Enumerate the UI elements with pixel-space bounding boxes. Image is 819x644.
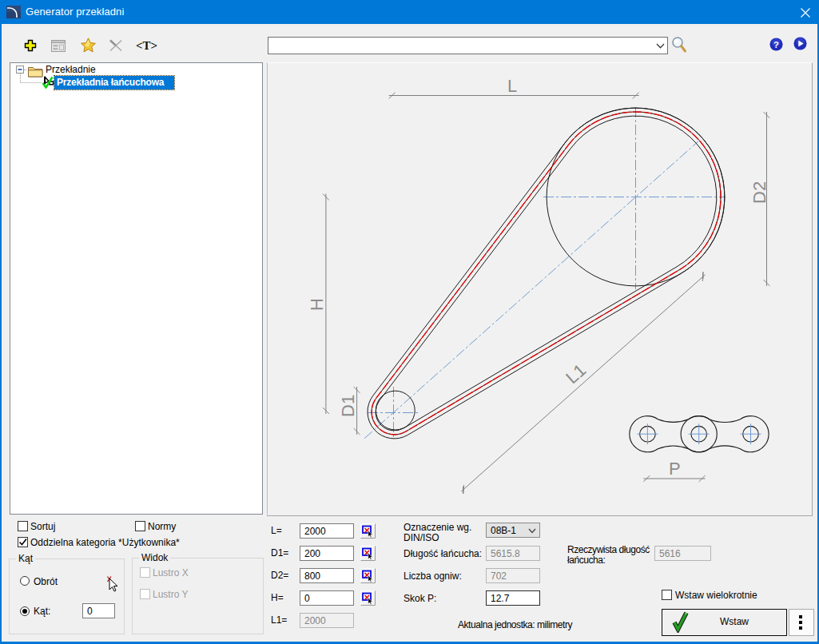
svg-text:D1: D1 — [338, 395, 358, 417]
svg-text:H: H — [307, 298, 327, 311]
svg-text:P: P — [669, 459, 681, 479]
svg-text:?: ? — [773, 40, 779, 50]
svg-text:L: L — [507, 76, 517, 96]
svg-text:L1: L1 — [562, 360, 590, 388]
svg-text:D2: D2 — [749, 181, 769, 204]
